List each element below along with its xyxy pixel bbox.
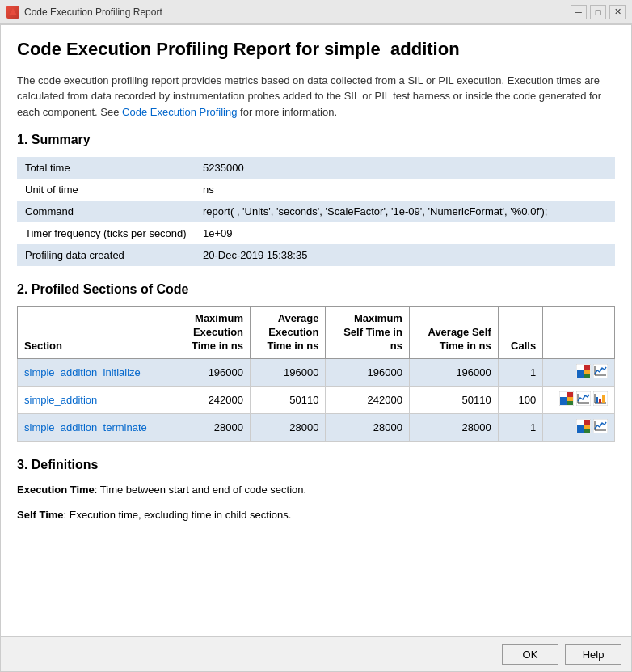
bottom-bar: OK Help <box>1 636 631 671</box>
bar-chart-icon[interactable] <box>593 391 608 408</box>
profiled-cell-avg_self: 28000 <box>409 413 498 441</box>
summary-label: Total time <box>17 157 195 179</box>
matlab-logo-icon[interactable] <box>576 419 591 436</box>
profiled-cell-avg_self: 50110 <box>409 386 498 413</box>
code-execution-profiling-link[interactable]: Code Execution Profiling <box>122 106 237 118</box>
profiled-row: simple_addition_initialize19600019600019… <box>18 358 615 386</box>
svg-rect-24 <box>602 395 605 403</box>
summary-label: Unit of time <box>17 179 195 201</box>
summary-value: 5235000 <box>195 157 615 179</box>
line-chart-icon[interactable] <box>576 391 591 408</box>
svg-rect-2 <box>577 370 584 378</box>
profiled-cell-max_self: 28000 <box>326 413 409 441</box>
profiled-col-header-calls: Calls <box>498 307 542 359</box>
summary-label: Timer frequency (ticks per second) <box>17 222 195 244</box>
definition-text: : Execution time, excluding time in chil… <box>64 509 292 521</box>
svg-rect-22 <box>596 397 598 403</box>
intro-text-after: for more information. <box>237 106 337 118</box>
svg-rect-29 <box>584 429 590 433</box>
summary-label: Command <box>17 201 195 222</box>
profiled-cell-max_self: 196000 <box>326 358 409 386</box>
profiled-icons-cell <box>543 386 615 413</box>
summary-row: Profiling data created20-Dec-2019 15:38:… <box>17 244 615 266</box>
help-button[interactable]: Help <box>565 644 621 665</box>
profiled-cell-avg_exec: 28000 <box>251 413 326 441</box>
profiled-cell-avg_exec: 196000 <box>251 358 326 386</box>
title-bar: Code Execution Profiling Report ─ □ ✕ <box>0 0 632 24</box>
summary-label: Profiling data created <box>17 244 195 266</box>
line-chart-icon[interactable] <box>593 364 608 381</box>
main-window: Code Execution Profiling Report for simp… <box>0 24 632 672</box>
report-title: Code Execution Profiling Report for simp… <box>17 38 615 61</box>
matlab-logo-icon[interactable] <box>576 364 591 381</box>
app-icon <box>6 6 19 19</box>
svg-rect-3 <box>584 365 590 370</box>
profiled-cell-max_exec: 196000 <box>175 358 250 386</box>
svg-rect-12 <box>567 392 573 397</box>
summary-row: Timer frequency (ticks per second)1e+09 <box>17 222 615 244</box>
definition-text: : Time between start and end of code sec… <box>95 484 306 496</box>
profiled-row: simple_addition2420005011024200050110100 <box>18 386 615 413</box>
section-link[interactable]: simple_addition <box>24 394 97 406</box>
summary-value: 1e+09 <box>195 222 615 244</box>
profiled-sections-table: SectionMaximum Execution Time in nsAvera… <box>17 306 615 442</box>
profiled-cell-avg_self: 196000 <box>409 358 498 386</box>
summary-heading: 1. Summary <box>17 133 615 147</box>
summary-row: Commandreport( , 'Units', 'seconds', 'Sc… <box>17 201 615 222</box>
profiled-cell-max_exec: 28000 <box>175 413 250 441</box>
summary-value: 20-Dec-2019 15:38:35 <box>195 244 615 266</box>
svg-rect-26 <box>577 425 584 433</box>
profiled-col-header-avg_self: Average Self Time in ns <box>409 307 498 359</box>
svg-rect-14 <box>567 401 573 405</box>
profiled-row: simple_addition_terminate280002800028000… <box>18 413 615 441</box>
profiled-cell-avg_exec: 50110 <box>251 386 326 413</box>
svg-marker-0 <box>9 8 17 15</box>
intro-paragraph: The code execution profiling report prov… <box>17 73 615 120</box>
profiled-sections-heading: 2. Profiled Sections of Code <box>17 282 615 297</box>
svg-rect-11 <box>560 397 567 405</box>
profiled-header-row: SectionMaximum Execution Time in nsAvera… <box>18 307 615 359</box>
summary-value: report( , 'Units', 'seconds', 'ScaleFact… <box>195 201 615 222</box>
ok-button[interactable]: OK <box>502 644 558 665</box>
minimize-button[interactable]: ─ <box>571 5 587 19</box>
window-title: Code Execution Profiling Report <box>24 6 571 18</box>
window-controls[interactable]: ─ □ ✕ <box>571 5 626 19</box>
svg-rect-23 <box>599 399 601 403</box>
profiled-cell-calls: 1 <box>498 358 542 386</box>
profiled-cell-max_self: 242000 <box>326 386 409 413</box>
svg-rect-30 <box>577 420 584 425</box>
profiled-section-name: simple_addition <box>18 386 175 413</box>
section-link[interactable]: simple_addition_initialize <box>24 366 141 378</box>
definition-term: Execution Time <box>17 484 95 496</box>
svg-rect-6 <box>577 365 584 370</box>
svg-rect-4 <box>584 370 590 374</box>
section-link[interactable]: simple_addition_terminate <box>24 421 147 433</box>
summary-row: Unit of timens <box>17 179 615 201</box>
definition-item: Self Time: Execution time, excluding tim… <box>17 507 615 523</box>
content-area: Code Execution Profiling Report for simp… <box>1 25 631 636</box>
svg-rect-15 <box>560 392 567 397</box>
profiled-cell-calls: 1 <box>498 413 542 441</box>
profiled-section-name: simple_addition_terminate <box>18 413 175 441</box>
profiled-col-header-icons <box>543 307 615 359</box>
matlab-logo-icon[interactable] <box>559 391 574 408</box>
definition-term: Self Time <box>17 509 64 521</box>
profiled-col-header-max_self: Maximum Self Time in ns <box>326 307 409 359</box>
profiled-col-header-max_exec: Maximum Execution Time in ns <box>175 307 250 359</box>
definitions-heading: 3. Definitions <box>17 458 615 472</box>
line-chart-icon[interactable] <box>593 419 608 436</box>
summary-row: Total time5235000 <box>17 157 615 179</box>
definition-item: Execution Time: Time between start and e… <box>17 482 615 498</box>
summary-value: ns <box>195 179 615 201</box>
svg-rect-19 <box>593 391 608 406</box>
close-button[interactable]: ✕ <box>609 5 626 19</box>
svg-rect-13 <box>567 397 573 401</box>
definitions-section: Execution Time: Time between start and e… <box>17 482 615 523</box>
profiled-cell-max_exec: 242000 <box>175 386 250 413</box>
maximize-button[interactable]: □ <box>590 5 606 19</box>
svg-rect-27 <box>584 420 590 425</box>
svg-rect-5 <box>584 374 590 378</box>
profiled-icons-cell <box>543 358 615 386</box>
profiled-col-header-section: Section <box>18 307 175 359</box>
profiled-icons-cell <box>543 413 615 441</box>
